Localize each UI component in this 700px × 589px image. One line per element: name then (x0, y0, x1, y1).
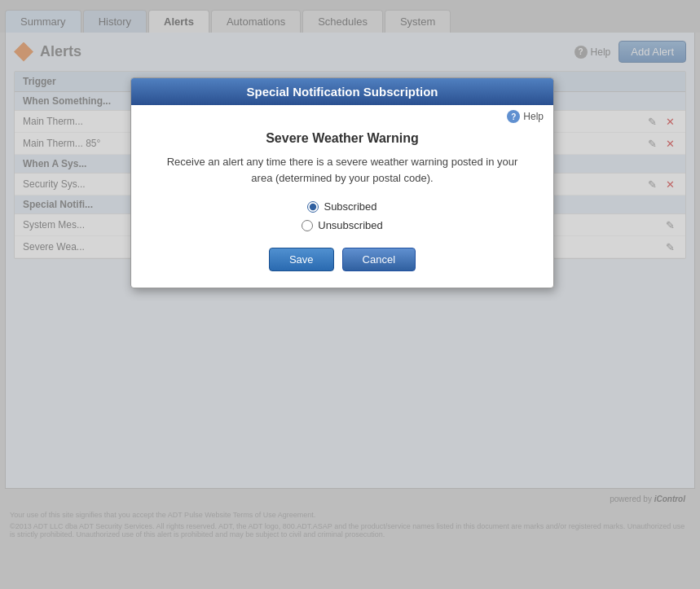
save-button[interactable]: Save (269, 248, 334, 271)
modal-dialog: Special Notification Subscription ? Help… (130, 77, 554, 288)
radio-subscribed[interactable] (307, 201, 319, 213)
modal-title: Special Notification Subscription (246, 85, 438, 99)
radio-unsubscribed[interactable] (302, 220, 313, 231)
modal-alert-title: Severe Weather Warning (156, 131, 529, 146)
modal-body: Severe Weather Warning Receive an alert … (131, 123, 553, 288)
modal-title-bar: Special Notification Subscription (131, 78, 553, 105)
subscription-radio-group: Subscribed Unsubscribed (156, 200, 529, 231)
radio-unsubscribed-label[interactable]: Unsubscribed (302, 219, 383, 231)
radio-subscribed-label[interactable]: Subscribed (307, 200, 376, 213)
modal-description: Receive an alert any time there is a sev… (156, 154, 529, 186)
app-container: Summary History Alerts Automations Sched… (0, 0, 700, 589)
subscribed-text: Subscribed (324, 200, 376, 213)
unsubscribed-text: Unsubscribed (318, 219, 383, 231)
modal-help-row: ? Help (131, 105, 553, 123)
cancel-button[interactable]: Cancel (342, 248, 416, 271)
modal-buttons: Save Cancel (156, 248, 529, 271)
modal-help-label[interactable]: Help (523, 111, 544, 122)
modal-help-icon: ? (507, 110, 520, 123)
